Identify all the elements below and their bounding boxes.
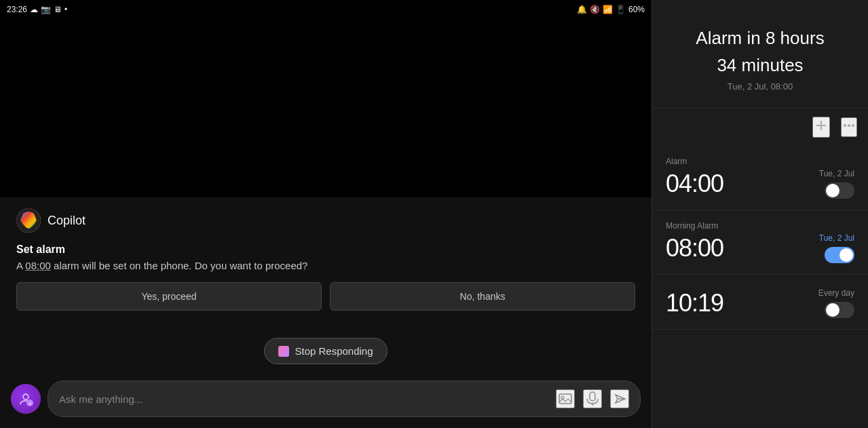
stop-icon	[278, 346, 289, 357]
alarm-toggle-0[interactable]	[825, 182, 854, 199]
chat-area: Set alarm A 08:00 alarm will be set on t…	[0, 238, 652, 332]
status-cloud-icon: ☁	[30, 5, 38, 14]
alarm-item-2: 10:19 Every day	[652, 275, 868, 330]
alarm-label-1: Morning Alarm	[666, 221, 854, 231]
microphone-button[interactable]	[583, 389, 602, 408]
svg-point-11	[844, 124, 846, 127]
alarm-row-0: 04:00 Tue, 2 Jul	[666, 169, 854, 199]
alarm-icon: 🔔	[577, 5, 587, 14]
alarm-date-0: Tue, 2 Jul	[819, 169, 854, 178]
svg-rect-4	[559, 394, 571, 404]
alarm-toggle-1[interactable]	[825, 247, 854, 263]
copilot-name: Copilot	[48, 214, 86, 228]
toggle-thumb-1	[839, 248, 853, 262]
alarm-row-1: 08:00 Tue, 2 Jul	[666, 233, 854, 263]
alarm-more-button[interactable]	[841, 117, 857, 137]
input-icons	[556, 389, 629, 408]
alarm-time-0: 04:00	[666, 170, 723, 198]
alarm-header-title: Alarm in 8 hours	[668, 27, 852, 50]
no-thanks-button[interactable]: No, thanks	[330, 282, 635, 311]
svg-rect-6	[590, 392, 595, 401]
alarm-actions	[652, 109, 868, 146]
toggle-thumb-0	[826, 184, 839, 197]
input-box[interactable]: Ask me anything...	[48, 381, 641, 417]
alarm-panel: Alarm in 8 hours 34 minutes Tue, 2 Jul, …	[652, 0, 868, 428]
alarm-row-2: 10:19 Every day	[666, 288, 854, 318]
alarm-card-title: Set alarm	[16, 244, 635, 256]
alarm-item-0: Alarm 04:00 Tue, 2 Jul	[652, 146, 868, 210]
alarm-label-0: Alarm	[666, 157, 854, 166]
yes-proceed-button[interactable]: Yes, proceed	[16, 282, 322, 311]
svg-point-12	[848, 124, 850, 127]
alarm-list: Alarm 04:00 Tue, 2 Jul Morning Alarm 08:…	[652, 146, 868, 428]
copilot-main: Copilot Set alarm A 08:00 alarm will be …	[0, 19, 652, 428]
alarm-header: Alarm in 8 hours 34 minutes Tue, 2 Jul, …	[652, 0, 868, 109]
status-right: 🔔 🔇 📶 📱 60%	[577, 5, 645, 14]
alarm-right-0: Tue, 2 Jul	[819, 169, 854, 199]
action-buttons: Yes, proceed No, thanks	[16, 282, 635, 311]
signal-icon: 📱	[616, 5, 626, 14]
add-alarm-button[interactable]	[812, 117, 830, 138]
battery-icon: 60%	[628, 5, 645, 14]
user-avatar: +	[11, 384, 41, 414]
mute-icon: 🔇	[590, 5, 600, 14]
status-bar: 23:26 ☁ 📷 🖥 • 🔔 🔇 📶 📱 60%	[0, 0, 652, 19]
wifi-icon: 📶	[603, 5, 613, 14]
send-button[interactable]	[610, 389, 629, 408]
alarm-time-2: 10:19	[666, 289, 723, 317]
stop-responding-label: Stop Responding	[295, 345, 373, 357]
toggle-thumb-2	[826, 303, 839, 317]
alarm-item-1: Morning Alarm 08:00 Tue, 2 Jul	[652, 210, 868, 275]
image-upload-button[interactable]	[556, 389, 575, 408]
svg-point-1	[23, 394, 29, 400]
stop-area: Stop Responding	[0, 332, 652, 375]
copilot-panel: 23:26 ☁ 📷 🖥 • 🔔 🔇 📶 📱 60%	[0, 0, 652, 428]
alarm-card-body: A 08:00 alarm will be set on the phone. …	[16, 260, 635, 271]
alarm-header-subtitle: 34 minutes	[668, 54, 852, 77]
avatar-inner: +	[11, 384, 41, 414]
status-left: 23:26 ☁ 📷 🖥 •	[7, 5, 67, 14]
status-time: 23:26	[7, 5, 27, 14]
status-dot: •	[64, 5, 67, 14]
alarm-right-1: Tue, 2 Jul	[819, 233, 854, 263]
status-photo-icon: 📷	[41, 5, 51, 14]
alarm-time-highlight: 08:00	[25, 260, 51, 271]
alarm-header-date: Tue, 2 Jul, 08:00	[668, 81, 852, 92]
alarm-date-1: Tue, 2 Jul	[819, 233, 854, 243]
copilot-header: Copilot	[0, 197, 652, 238]
input-placeholder: Ask me anything...	[59, 393, 549, 405]
alarm-right-2: Every day	[818, 288, 854, 318]
copilot-logo	[16, 208, 41, 233]
svg-text:+: +	[29, 401, 32, 407]
stop-responding-button[interactable]: Stop Responding	[264, 338, 387, 364]
dark-top	[0, 19, 652, 197]
input-area: + Ask me anything...	[0, 375, 652, 428]
alarm-time-1: 08:00	[666, 234, 723, 262]
alarm-toggle-2[interactable]	[825, 302, 854, 318]
alarm-recur-2: Every day	[818, 288, 854, 298]
svg-point-13	[852, 124, 854, 127]
status-screen-icon: 🖥	[54, 5, 62, 14]
